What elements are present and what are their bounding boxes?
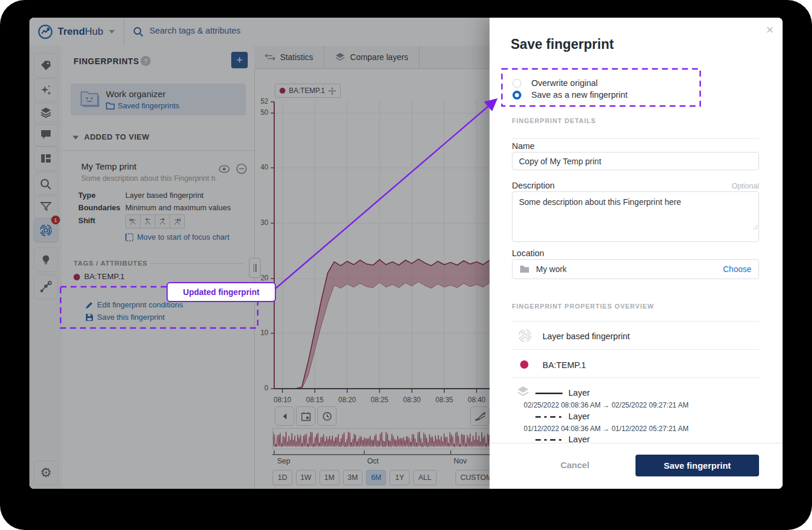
radio-overwrite-label: Overwrite original (531, 78, 598, 88)
screenshot-frame: TrendHub (0, 0, 812, 530)
app-window: TrendHub (29, 18, 783, 489)
layer-label: Layer (568, 388, 590, 398)
save-fingerprint-modal: × Save fingerprint Overwrite original Sa… (490, 18, 783, 489)
location-label: Location (512, 249, 544, 258)
property-tag-dot (520, 360, 528, 369)
location-folder-icon (520, 265, 530, 273)
annotation-label: Updated fingerprint (167, 282, 276, 302)
divider (512, 138, 759, 139)
resize-grip-icon[interactable] (753, 225, 758, 230)
layers-stack-icon (517, 386, 530, 398)
modal-backdrop[interactable] (29, 18, 490, 489)
divider (512, 377, 759, 378)
layer-solid-line (535, 392, 563, 395)
radio-save-as-new[interactable] (513, 91, 521, 100)
layer-label: Layer (568, 412, 590, 421)
name-label: Name (512, 141, 535, 151)
location-box: My work Choose (512, 259, 759, 279)
cancel-button[interactable]: Cancel (545, 460, 604, 470)
close-icon[interactable]: × (766, 22, 774, 38)
radio-new-row[interactable]: Save as a new fingerprint (513, 90, 628, 100)
modal-title: Save fingerprint (511, 37, 614, 52)
property-tag: BA:TEMP.1 (543, 360, 586, 370)
description-label: Description (512, 181, 555, 190)
name-input[interactable] (512, 152, 759, 170)
property-type: Layer based fingerprint (543, 332, 630, 341)
modal-footer: Cancel Save fingerprint (490, 443, 783, 489)
radio-overwrite-row[interactable]: Overwrite original (513, 78, 598, 88)
description-textarea[interactable]: Some description about this Fingerprint … (512, 191, 759, 242)
location-value: My work (536, 264, 567, 274)
layer-date-range: 02/25/2022 08:08:36 AM → 02/25/2022 09:2… (524, 401, 688, 409)
fingerprint-details-header: FINGERPRINT DETAILS (512, 117, 596, 124)
optional-label: Optional (707, 182, 759, 190)
layer-dashed-line (535, 415, 563, 419)
layer-dashed-line (535, 438, 563, 442)
divider (512, 349, 759, 350)
layer-date-range: 01/12/2022 04:08:36 AM → 01/12/2022 05:2… (524, 425, 688, 433)
fingerprint-type-icon (518, 329, 532, 343)
save-fingerprint-button[interactable]: Save fingerprint (635, 455, 759, 476)
choose-location-link[interactable]: Choose (723, 264, 751, 274)
radio-new-label: Save as a new fingerprint (531, 90, 628, 100)
radio-overwrite[interactable] (513, 79, 521, 88)
properties-overview-header: FINGERPRINT PROPERTIES OVERVIEW (512, 303, 654, 310)
divider (512, 321, 759, 322)
